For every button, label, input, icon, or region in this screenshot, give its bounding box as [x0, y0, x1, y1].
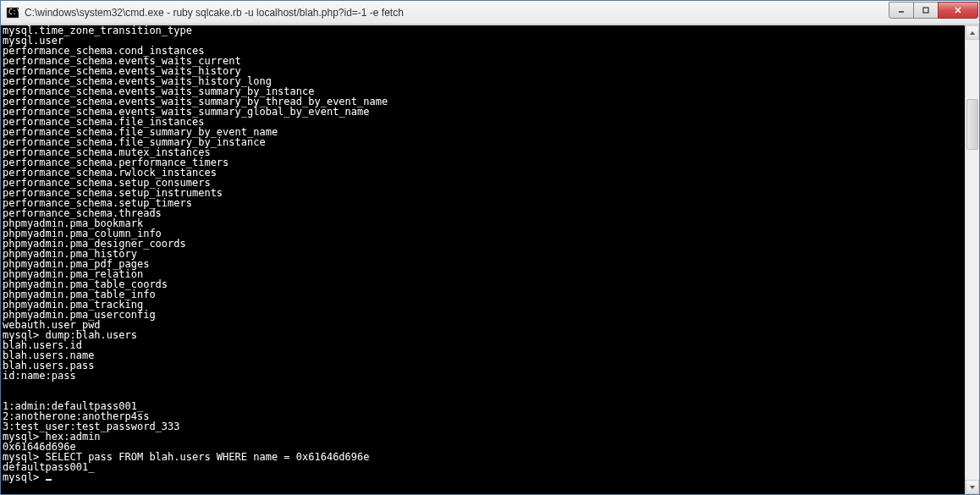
console-line: mysql> SELECT pass FROM blah.users WHERE… — [3, 452, 963, 462]
console-line: blah.users.id — [3, 340, 963, 350]
titlebar[interactable]: C:\ C:\windows\system32\cmd.exe - ruby s… — [1, 1, 979, 25]
window-controls — [889, 2, 978, 19]
console-line: id:name:pass — [3, 371, 963, 381]
console-output[interactable]: mysql.time_zone_transition_typemysql.use… — [1, 25, 965, 494]
console-line: blah.users.name — [3, 350, 963, 360]
console-line: 3:test_user:test_password_333 — [3, 421, 963, 432]
scroll-thumb[interactable] — [966, 99, 978, 150]
console-line: performance_schema.threads — [3, 208, 963, 218]
console-line — [3, 391, 963, 401]
window-title: C:\windows\system32\cmd.exe - ruby sqlca… — [25, 7, 889, 19]
svg-marker-6 — [970, 31, 975, 35]
cmd-icon: C:\ — [6, 6, 19, 19]
console-line: defaultpass001_ — [3, 462, 963, 472]
console-line: mysql> — [3, 472, 963, 482]
svg-rect-3 — [923, 8, 928, 13]
console-line: mysql.time_zone_transition_type — [3, 25, 963, 36]
console-line: mysql> hex:admin — [3, 432, 963, 442]
console-line: phpmyadmin.pma_pdf_pages — [3, 259, 963, 269]
cursor — [46, 479, 52, 481]
scroll-up-button[interactable] — [966, 25, 979, 40]
minimize-button[interactable] — [889, 2, 914, 19]
scroll-track[interactable] — [966, 40, 979, 480]
console-line: phpmyadmin.pma_table_info — [3, 289, 963, 300]
close-button[interactable] — [938, 2, 978, 19]
window-frame: C:\ C:\windows\system32\cmd.exe - ruby s… — [0, 0, 980, 495]
console-area: mysql.time_zone_transition_typemysql.use… — [1, 25, 979, 494]
scroll-down-button[interactable] — [966, 480, 979, 494]
console-line: mysql> dump:blah.users — [3, 330, 963, 340]
console-line: phpmyadmin.pma_userconfig — [3, 310, 963, 320]
console-line — [3, 381, 963, 391]
svg-text:C:\: C:\ — [8, 8, 19, 16]
maximize-button[interactable] — [913, 2, 939, 19]
console-line: phpmyadmin.pma_designer_coords — [3, 239, 963, 249]
vertical-scrollbar[interactable] — [965, 25, 979, 494]
svg-marker-7 — [970, 486, 975, 489]
console-line: webauth.user_pwd — [3, 320, 963, 330]
console-line: blah.users.pass — [3, 360, 963, 371]
